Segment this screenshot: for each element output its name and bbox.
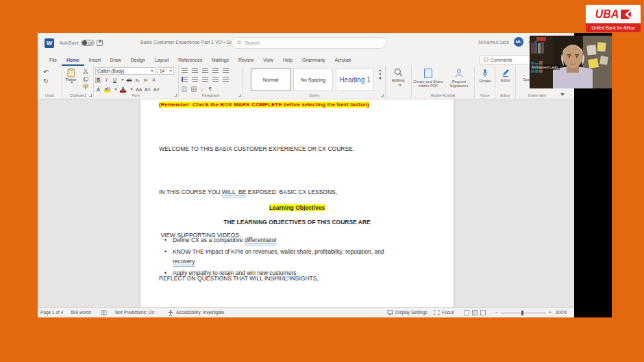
objectives-title[interactable]: Learning Objectives [140, 204, 454, 211]
zoom-level[interactable]: 100% [556, 310, 567, 315]
grammar-underline[interactable]: differentiator [245, 237, 277, 245]
search-input[interactable]: Search [231, 37, 387, 49]
tab-insert[interactable]: Insert [84, 53, 106, 66]
dialog-launcher-icon[interactable] [89, 94, 92, 97]
italic-button[interactable]: I [103, 77, 110, 83]
align-left-icon[interactable] [182, 77, 188, 82]
bullet-list-icon[interactable] [182, 68, 188, 73]
web-layout-icon[interactable] [480, 310, 486, 315]
print-layout-icon[interactable] [472, 310, 478, 315]
collapse-ribbon-icon[interactable] [560, 93, 565, 96]
objectives-heading[interactable]: THE LEARNING OBJECTIVES OF THIS COURSE A… [140, 219, 454, 226]
autosave-toggle[interactable]: Off [81, 40, 95, 46]
decrease-indent-icon[interactable] [212, 68, 219, 73]
style-normal[interactable]: Normal [251, 68, 290, 91]
multilevel-list-icon[interactable] [202, 68, 208, 73]
text-predictions[interactable]: Text Predictions: On [114, 310, 154, 315]
styles-more-icon[interactable] [379, 77, 382, 80]
paste-button[interactable]: Paste [66, 68, 76, 84]
grammar-underline[interactable]: recovery [173, 258, 195, 267]
grammar-underline[interactable]: WILL BE [222, 189, 247, 197]
document-notice[interactable]: (Remember: Check the BOX MARK COMPLETE b… [159, 101, 369, 108]
request-signatures-button[interactable]: Request Signatures [445, 69, 473, 88]
increase-indent-icon[interactable] [223, 68, 229, 73]
list-item[interactable]: Define CX as a competitive differentiato… [173, 235, 399, 245]
tab-review[interactable]: Review [234, 53, 258, 66]
webcam-video[interactable]: Mohamed Latib [530, 36, 612, 88]
font-color-button[interactable]: A [120, 86, 126, 93]
zoom-slider-track[interactable] [501, 313, 546, 313]
editing-label[interactable]: Editing [386, 78, 411, 82]
doc-line[interactable]: IN THIS COURSE YOU WILL BE EXPOSED BASIC… [159, 185, 354, 200]
superscript-button[interactable]: x² [143, 77, 149, 83]
grammar-underline[interactable]: customers [269, 269, 296, 278]
redo-icon[interactable]: ↻ [43, 77, 49, 84]
read-mode-icon[interactable] [464, 310, 469, 315]
tab-acrobat[interactable]: Acrobat [330, 53, 356, 66]
save-icon[interactable] [97, 40, 103, 46]
create-share-pdf-button[interactable]: Create and Share Adobe PDF [413, 69, 443, 88]
focus-mode[interactable]: Focus [442, 310, 454, 315]
list-item[interactable]: KNOW THE Impact of KPIs on revenues, wal… [173, 247, 399, 266]
bold-button[interactable]: B [95, 77, 101, 83]
tab-mailings[interactable]: Mailings [207, 53, 234, 66]
highlight-color-button[interactable]: ab [104, 86, 110, 93]
undo-icon[interactable]: ↶ [43, 69, 49, 75]
page-indicator[interactable]: Page 1 of 4 [40, 310, 63, 315]
styles-scroll-down-icon[interactable] [379, 73, 382, 75]
styles-scroll-up-icon[interactable] [379, 69, 382, 71]
accessibility-status[interactable]: Accessibility: Investigate [176, 310, 224, 315]
strikethrough-button[interactable]: ab [126, 77, 132, 83]
avatar[interactable]: ML [514, 37, 523, 47]
display-settings-icon[interactable] [387, 310, 393, 315]
tab-home[interactable]: Home [62, 53, 84, 66]
underline-button[interactable]: U [112, 77, 118, 83]
objectives-list[interactable]: Define CX as a competitive differentiato… [173, 235, 399, 280]
editing-search-icon[interactable] [394, 68, 403, 77]
tab-design[interactable]: Design [126, 53, 150, 66]
style-no-spacing[interactable]: No Spacing [293, 68, 333, 91]
grow-font-button[interactable]: A˄ [145, 86, 151, 93]
numbered-list-icon[interactable] [192, 68, 198, 73]
document-page[interactable]: (Remember: Check the BOX MARK COMPLETE b… [140, 99, 454, 307]
display-settings[interactable]: Display Settings [395, 310, 428, 315]
accessibility-icon[interactable] [168, 310, 173, 316]
cut-icon[interactable] [83, 69, 88, 74]
font-size-combo[interactable]: 14 [158, 67, 174, 75]
style-heading-1[interactable]: Heading 1 [336, 68, 374, 91]
line-spacing-icon[interactable] [223, 77, 229, 82]
tab-file[interactable]: File [45, 53, 62, 66]
shrink-font-button[interactable]: A˅ [153, 86, 160, 93]
focus-icon[interactable] [434, 310, 440, 315]
zoom-out-button[interactable]: − [495, 310, 498, 315]
editor-button[interactable]: Editor [496, 69, 515, 82]
word-count[interactable]: 699 words [71, 310, 91, 315]
text-effects-button[interactable]: A [95, 86, 101, 93]
justify-icon[interactable] [212, 77, 219, 82]
font-name-combo[interactable]: Calibri (Body) [95, 67, 156, 75]
zoom-in-button[interactable]: + [549, 310, 552, 315]
tab-view[interactable]: View [258, 53, 278, 66]
align-center-icon[interactable] [192, 77, 198, 82]
pilcrow-button[interactable]: ¶ [208, 86, 214, 92]
format-painter-icon[interactable] [83, 84, 88, 90]
tab-draw[interactable]: Draw [106, 53, 126, 66]
list-item[interactable]: Apply empathy to retain and win new cust… [173, 268, 399, 278]
borders-icon[interactable] [191, 86, 197, 92]
dialog-launcher-icon[interactable] [174, 94, 177, 97]
tab-help[interactable]: Help [278, 53, 297, 66]
dialog-launcher-icon[interactable] [381, 94, 384, 97]
autosave-control[interactable]: AutoSave Off [60, 40, 103, 46]
tab-references[interactable]: References [173, 53, 207, 66]
clear-formatting-button[interactable]: A [151, 77, 157, 83]
change-case-button[interactable]: Aa [136, 86, 142, 93]
sort-icon[interactable]: ↓ [201, 86, 203, 91]
tab-layout[interactable]: Layout [150, 53, 173, 66]
subscript-button[interactable]: x₂ [134, 77, 140, 83]
proofing-icon[interactable] [101, 310, 107, 315]
shading-icon[interactable] [182, 86, 187, 92]
comments-button[interactable]: Comments [480, 55, 533, 64]
doc-line[interactable]: WELCOME TO THIS BASIX CUSTOMER EXPERIENC… [159, 142, 354, 156]
tab-grammarly[interactable]: Grammarly [297, 53, 330, 66]
dictate-button[interactable]: Dictate [475, 69, 495, 83]
